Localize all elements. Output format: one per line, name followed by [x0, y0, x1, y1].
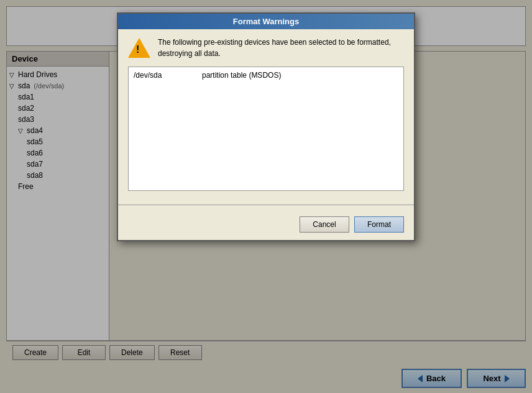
dialog-message-text: The following pre-existing devices have … — [158, 37, 404, 59]
dialog-message-row: The following pre-existing devices have … — [128, 37, 404, 59]
format-warnings-dialog: Format Warnings The following pre-existi… — [117, 12, 415, 241]
dialog-footer: Cancel Format — [118, 211, 414, 240]
format-button[interactable]: Format — [354, 216, 404, 233]
warning-triangle-icon — [128, 38, 150, 58]
dialog-titlebar: Format Warnings — [118, 14, 414, 29]
format-device-path: /dev/sda — [134, 71, 183, 80]
dialog-body: The following pre-existing devices have … — [118, 29, 414, 198]
format-list-item: /dev/sda partition table (MSDOS) — [134, 70, 398, 81]
cancel-button[interactable]: Cancel — [300, 216, 349, 233]
main-container: Please Select A Device Device ▽Hard Driv… — [0, 0, 532, 393]
dialog-separator — [118, 205, 414, 205]
modal-overlay: Format Warnings The following pre-existi… — [0, 0, 532, 393]
format-device-type: partition table (MSDOS) — [202, 71, 281, 80]
format-list: /dev/sda partition table (MSDOS) — [128, 67, 404, 191]
warning-icon — [128, 37, 150, 59]
